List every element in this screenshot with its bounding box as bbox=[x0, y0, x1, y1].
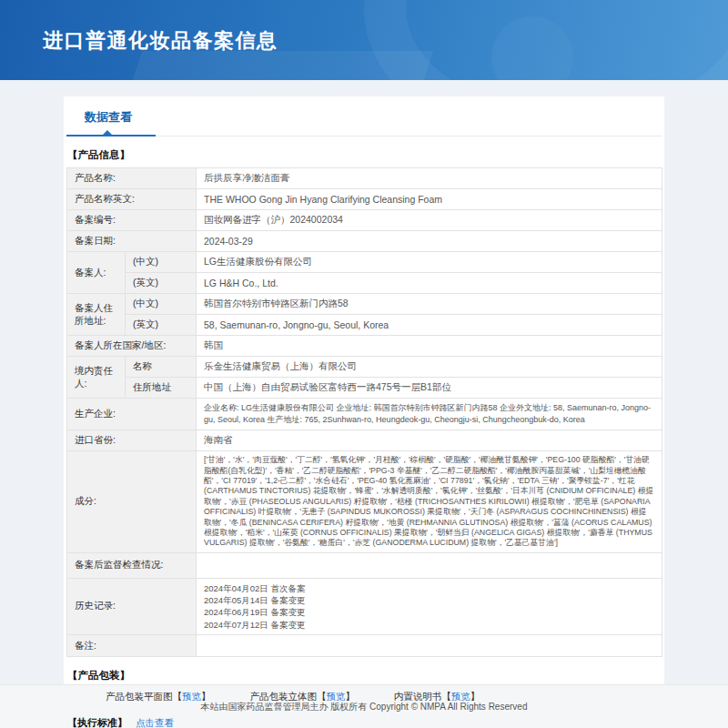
row-label: 境内责任人: bbox=[67, 357, 126, 399]
packaging-item-flat: 产品包装平面图【预览】 bbox=[106, 691, 211, 703]
row-label: 备案人住所地址: bbox=[67, 294, 126, 336]
row-label: 进口省份: bbox=[67, 430, 197, 451]
table-row: 备案人所在国家/地区: 韩国 bbox=[67, 336, 662, 357]
table-row: 备案日期: 2024-03-29 bbox=[67, 231, 662, 252]
row-label: 产品名称英文: bbox=[67, 189, 197, 210]
copyright-text: 本站由国家药品监督管理局主办 版权所有 Copyright © NMPA All… bbox=[201, 701, 528, 713]
bracket-open: 【 bbox=[173, 691, 183, 702]
tab-bar: 数据查看 bbox=[66, 96, 662, 136]
sub-label-en: (英文) bbox=[126, 315, 197, 336]
filing-number-value: 国妆网备进字（沪）2024002034 bbox=[197, 210, 662, 231]
content-area: 数据查看 【产品信息】 产品名称: 后拱辰享净澈洁面膏 产品名称英文: THE … bbox=[0, 80, 728, 684]
row-label: 备案日期: bbox=[67, 231, 197, 252]
history-line: 2024年07月12日 备案变更 bbox=[204, 619, 654, 631]
table-row: 生产企业: 企业名称: LG生活健康股份有限公司 企业地址: 韩国首尔特别市钟路… bbox=[67, 399, 662, 430]
row-label: 生产企业: bbox=[67, 399, 197, 430]
post-inspection-value bbox=[197, 552, 662, 578]
preview-link-flat[interactable]: 预览 bbox=[182, 691, 201, 702]
row-label: 备案人所在国家/地区: bbox=[67, 336, 197, 357]
history-value: 2024年04月02日 首次备案 2024年05月14日 备案变更 2024年0… bbox=[197, 578, 662, 634]
record-card: 数据查看 【产品信息】 产品名称: 后拱辰享净澈洁面膏 产品名称英文: THE … bbox=[64, 96, 664, 684]
filing-date-value: 2024-03-29 bbox=[197, 231, 662, 252]
product-name-value: 后拱辰享净澈洁面膏 bbox=[197, 168, 662, 189]
section-packaging: 【产品包装】 bbox=[67, 669, 661, 682]
sub-label-address: 住所地址 bbox=[126, 378, 197, 399]
section-product-info: 【产品信息】 bbox=[67, 148, 661, 162]
product-name-en-value: THE WHOO Gong Jin Hyang Clarifying Clean… bbox=[197, 189, 662, 210]
filer-country-value: 韩国 bbox=[197, 336, 662, 357]
row-label: 成分: bbox=[67, 451, 197, 553]
table-row: 产品名称: 后拱辰享净澈洁面膏 bbox=[67, 168, 662, 189]
row-label: 备案编号: bbox=[67, 210, 197, 231]
section-standard: 【执行标准】 bbox=[67, 717, 127, 728]
table-row: 历史记录: 2024年04月02日 首次备案 2024年05月14日 备案变更 … bbox=[67, 578, 662, 634]
tab-active-caret-icon bbox=[103, 130, 112, 135]
page-title: 进口普通化妆品备案信息 bbox=[43, 27, 278, 55]
manufacturer-value: 企业名称: LG生活健康股份有限公司 企业地址: 韩国首尔特别市钟路区新门内路5… bbox=[197, 399, 662, 430]
sub-label-name: 名称 bbox=[126, 357, 197, 378]
filer-cn-value: LG生活健康股份有限公司 bbox=[197, 252, 662, 273]
import-province-value: 海南省 bbox=[197, 430, 662, 451]
table-row: 备注: bbox=[67, 635, 662, 657]
history-line: 2024年04月02日 首次备案 bbox=[204, 582, 654, 594]
table-row: 产品名称英文: THE WHOO Gong Jin Hyang Clarifyi… bbox=[67, 189, 662, 210]
row-label: 产品名称: bbox=[67, 168, 197, 189]
table-row: 备案人: (中文) LG生活健康股份有限公司 bbox=[67, 252, 662, 273]
standard-view-link[interactable]: 点击查看 bbox=[136, 717, 174, 728]
remarks-value bbox=[197, 635, 662, 657]
history-line: 2024年06月19日 备案变更 bbox=[204, 606, 654, 618]
ingredients-value: ['甘油'，'水'，'肉豆蔻酸'，'丁二醇'，'氢氧化钾'，'月桂酸'，'棕榈酸… bbox=[197, 451, 662, 553]
header-decoration-streak bbox=[131, 51, 433, 80]
product-info-table: 产品名称: 后拱辰享净澈洁面膏 产品名称英文: THE WHOO Gong Ji… bbox=[66, 167, 662, 657]
table-row: 备案编号: 国妆网备进字（沪）2024002034 bbox=[67, 210, 662, 231]
table-row: (英文) 58, Saemunan-ro, Jongno-gu, Seoul, … bbox=[67, 315, 662, 336]
page-header: 进口普通化妆品备案信息 bbox=[0, 0, 728, 80]
sub-label-en: (英文) bbox=[126, 273, 197, 294]
row-label: 备注: bbox=[67, 635, 197, 657]
domestic-responsible-address-value: 中国（上海）自由贸易试验区富特西一路475号一层B1部位 bbox=[197, 378, 662, 399]
history-line: 2024年05月14日 备案变更 bbox=[204, 594, 654, 606]
row-label: 历史记录: bbox=[67, 578, 197, 634]
tab-active-underline bbox=[66, 135, 156, 136]
tab-data-view[interactable]: 数据查看 bbox=[85, 109, 132, 126]
table-row: 住所地址 中国（上海）自由贸易试验区富特西一路475号一层B1部位 bbox=[67, 378, 662, 399]
table-row: 境内责任人: 名称 乐金生活健康贸易（上海）有限公司 bbox=[67, 357, 662, 378]
domestic-responsible-name-value: 乐金生活健康贸易（上海）有限公司 bbox=[197, 357, 662, 378]
filer-address-cn-value: 韩国首尔特别市钟路区新门内路58 bbox=[197, 294, 662, 315]
row-label: 备案人: bbox=[67, 252, 126, 294]
row-label: 备案后监督检查情况: bbox=[67, 552, 197, 578]
table-row: 成分: ['甘油'，'水'，'肉豆蔻酸'，'丁二醇'，'氢氧化钾'，'月桂酸'，… bbox=[67, 451, 662, 553]
sub-label-cn: (中文) bbox=[126, 294, 197, 315]
table-row: (英文) LG H&H Co., Ltd. bbox=[67, 273, 662, 294]
table-row: 进口省份: 海南省 bbox=[67, 430, 662, 451]
filer-address-en-value: 58, Saemunan-ro, Jongno-gu, Seoul, Korea bbox=[197, 315, 662, 336]
table-row: 备案人住所地址: (中文) 韩国首尔特别市钟路区新门内路58 bbox=[67, 294, 662, 315]
packaging-item-label: 产品包装平面图 bbox=[106, 691, 173, 702]
table-row: 备案后监督检查情况: bbox=[67, 552, 662, 578]
sub-label-cn: (中文) bbox=[126, 252, 197, 273]
filer-en-value: LG H&H Co., Ltd. bbox=[197, 273, 662, 294]
